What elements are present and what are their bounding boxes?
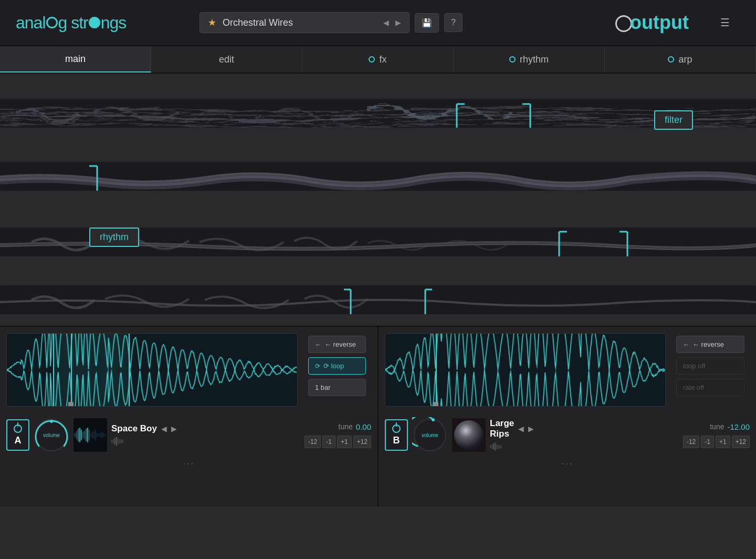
channel-a: ← ← reverse ⟳ ⟳ loop 1 bar A (0, 327, 379, 506)
tune-minus1-a[interactable]: -1 (322, 436, 335, 448)
app-logo: analg strngs (16, 13, 126, 33)
tab-fx[interactable]: fx (302, 46, 454, 73)
tune-plus1-a[interactable]: +1 (337, 436, 352, 448)
playhead-b[interactable] (436, 334, 437, 406)
svg-rect-46 (103, 433, 104, 437)
channel-a-bottom: A volume (6, 417, 371, 453)
channel-b-bottom: B volume (385, 417, 750, 453)
channel-letter-b: B (393, 435, 400, 446)
tab-main-label: main (65, 54, 86, 65)
svg-rect-33 (82, 432, 83, 438)
svg-point-51 (454, 420, 484, 450)
svg-rect-35 (86, 429, 87, 441)
svg-rect-31 (79, 428, 80, 442)
sample-waveform-b (490, 441, 677, 452)
tune-minus12-b[interactable]: -12 (683, 436, 699, 448)
favorite-icon[interactable]: ★ (208, 17, 216, 28)
reverse-icon-a: ← (315, 341, 321, 348)
preset-prev-icon[interactable]: ◀ (383, 18, 389, 27)
tune-value-a: 0.00 (356, 422, 371, 431)
channel-a-top: ← ← reverse ⟳ ⟳ loop 1 bar (6, 333, 371, 411)
tune-buttons-b: -12 -1 +1 +12 (683, 436, 750, 448)
sample-info-b: LargeRips ◀ ▶ (490, 418, 677, 452)
reverse-button-b[interactable]: ← ← reverse (676, 336, 744, 353)
sample-prev-b[interactable]: ◀ (518, 425, 524, 433)
svg-rect-40 (93, 431, 94, 439)
tab-arp-label: arp (678, 54, 692, 65)
svg-point-26 (50, 420, 53, 423)
svg-rect-42 (97, 433, 98, 437)
svg-rect-30 (78, 429, 79, 441)
svg-rect-41 (95, 430, 96, 440)
output-logo: output (605, 12, 699, 34)
sample-next-b[interactable]: ▶ (528, 425, 534, 433)
waveform-a[interactable] (6, 333, 298, 407)
loop-off-button-b[interactable]: loop off (676, 357, 744, 375)
sample-next-a[interactable]: ▶ (171, 425, 177, 433)
svg-rect-29 (76, 431, 77, 439)
volume-knob-a[interactable]: volume (34, 417, 69, 453)
tune-label-b: tune (710, 422, 724, 431)
sample-name-b: LargeRips (490, 418, 514, 440)
scrubber-a[interactable] (68, 402, 74, 407)
channel-a-controls: ← ← reverse ⟳ ⟳ loop 1 bar (303, 333, 371, 411)
svg-rect-38 (90, 433, 91, 437)
svg-rect-37 (89, 430, 90, 440)
power-button-b[interactable]: B (385, 419, 408, 451)
string-row-vibrato: vibrato (0, 271, 756, 326)
tune-plus1-b[interactable]: +1 (716, 436, 730, 448)
tab-edit[interactable]: edit (151, 46, 302, 73)
filter-label[interactable]: filter (654, 110, 693, 130)
nav-tabs: main edit fx rhythm arp (0, 46, 756, 74)
channel-b-top: ← ← reverse loop off rate off (385, 333, 750, 411)
save-button[interactable]: 💾 (415, 13, 439, 33)
help-button[interactable]: ? (444, 13, 463, 32)
sample-prev-a[interactable]: ◀ (161, 425, 167, 433)
scrubber-b[interactable] (433, 402, 438, 407)
loop-button-a[interactable]: ⟳ ⟳ loop (308, 357, 366, 375)
loop-marker-a-right[interactable] (129, 334, 130, 406)
channel-letter-a: A (15, 435, 22, 446)
rhythm-power-dot[interactable] (509, 56, 516, 63)
channel-a-dots[interactable]: ··· (6, 457, 371, 469)
sample-waveform-a (111, 436, 299, 447)
tune-value-b: -12.00 (727, 422, 750, 431)
tab-arp[interactable]: arp (605, 46, 756, 73)
tab-main[interactable]: main (0, 46, 151, 73)
svg-rect-47 (104, 434, 106, 436)
sample-thumb-visual-b (452, 418, 486, 452)
tune-plus12-a[interactable]: +12 (353, 436, 371, 448)
menu-icon[interactable]: ☰ (710, 16, 740, 29)
channel-b: ← ← reverse loop off rate off B (379, 327, 756, 506)
sample-thumb-b (452, 418, 486, 452)
preset-area: ★ Orchestral Wires ◀ ▶ 💾 ? (189, 12, 589, 33)
tab-rhythm[interactable]: rhythm (454, 46, 605, 73)
svg-rect-44 (100, 433, 101, 437)
preset-next-icon[interactable]: ▶ (395, 18, 401, 27)
rate-off-button-b[interactable]: rate off (676, 379, 744, 396)
tune-minus1-b[interactable]: -1 (701, 436, 714, 448)
svg-rect-45 (101, 432, 102, 438)
arp-power-dot[interactable] (668, 56, 674, 63)
preset-bar[interactable]: ★ Orchestral Wires ◀ ▶ (200, 12, 410, 33)
svg-rect-28 (75, 433, 76, 437)
loop-icon-a: ⟳ (315, 363, 320, 370)
sample-name-a: Space Boy (111, 423, 157, 434)
volume-knob-b[interactable]: volume (412, 417, 448, 453)
svg-point-49 (432, 418, 435, 421)
waveform-b[interactable] (385, 333, 666, 407)
rhythm-label[interactable]: rhythm (89, 227, 139, 247)
power-button-a[interactable]: A (6, 419, 29, 451)
tune-minus12-a[interactable]: -12 (304, 436, 321, 448)
loop-marker-a-left[interactable] (53, 334, 54, 406)
sample-info-a: Space Boy ◀ ▶ (111, 423, 299, 447)
tab-rhythm-label: rhythm (520, 54, 549, 65)
rate-off-label-b: rate off (683, 384, 704, 391)
playhead-a[interactable] (71, 334, 72, 406)
bar-button-a[interactable]: 1 bar (308, 379, 366, 396)
tab-edit-label: edit (219, 54, 234, 65)
reverse-button-a[interactable]: ← ← reverse (308, 336, 366, 353)
fx-power-dot[interactable] (369, 56, 375, 63)
channel-b-dots[interactable]: ··· (385, 457, 750, 469)
tune-plus12-b[interactable]: +12 (732, 436, 750, 448)
